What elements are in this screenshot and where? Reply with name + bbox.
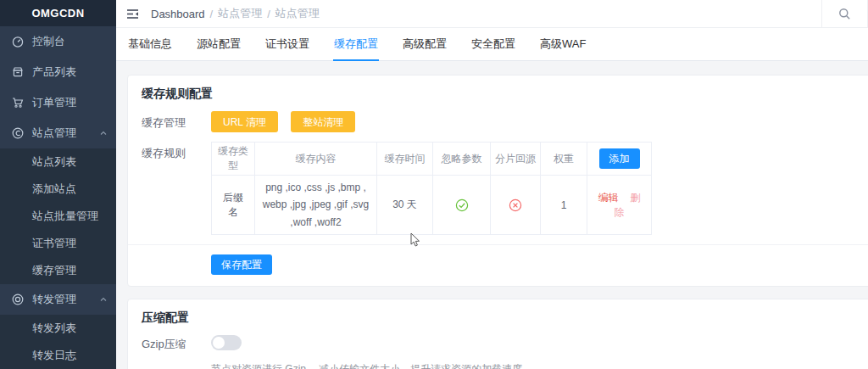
tab-advanced-config[interactable]: 高级配置 [402,28,448,61]
url-clean-button[interactable]: URL 清理 [211,111,278,132]
cell-ignore-params [433,176,491,235]
col-cache-time: 缓存时间 [377,143,433,176]
cell-cache-type: 后缀名 [212,176,255,235]
col-shard-origin: 分片回源 [491,143,541,176]
sidebar: OMGCDN 控制台 产品列表 [0,0,116,369]
compression-card: 压缩配置 Gzip压缩 节点对资源进行 Gzip ，减小传输文件大小，提升请求资… [127,299,868,369]
config-tabbar: 基础信息 源站配置 证书设置 缓存配置 高级配置 安全配置 高级WAF [116,28,868,61]
cell-actions: 编辑 删除 [587,176,652,235]
gzip-label: Gzip压缩 [142,335,211,369]
compression-card-title: 压缩配置 [142,307,868,335]
cache-manage-row: 缓存管理 URL 清理 整站清理 [142,111,868,132]
sidebar-item-label: 站点管理 [32,126,76,141]
orders-icon [11,96,25,109]
breadcrumb: Dashboard / 站点管理 / 站点管理 [151,6,320,21]
dashboard-icon [11,35,25,48]
brand-logo: OMGCDN [0,0,116,26]
save-cache-config-button[interactable]: 保存配置 [211,254,272,275]
tab-basic-info[interactable]: 基础信息 [127,28,173,61]
sidebar-item-products[interactable]: 产品列表 [0,57,116,87]
site-clean-button[interactable]: 整站清理 [291,111,355,132]
main-panel: Dashboard / 站点管理 / 站点管理 基础信息 源站配置 证书设置 缓… [116,0,868,369]
sidebar-subitem-site-batch[interactable]: 站点批量管理 [0,203,116,230]
x-circle-icon [509,198,522,212]
cell-shard-origin [491,176,541,235]
breadcrumb-root[interactable]: Dashboard [151,8,205,20]
cell-cache-time: 30 天 [377,176,433,235]
topbar: Dashboard / 站点管理 / 站点管理 [116,0,868,28]
cache-manage-label: 缓存管理 [142,111,211,132]
tab-cache-config[interactable]: 缓存配置 [333,28,379,61]
sites-submenu: 站点列表 添加站点 站点批量管理 证书管理 缓存管理 [0,148,116,284]
tab-origin-config[interactable]: 源站配置 [196,28,242,61]
sidebar-item-label: 订单管理 [32,95,76,110]
forwarding-submenu: 转发列表 转发日志 [0,315,116,369]
search-icon [838,8,851,20]
add-rule-button[interactable]: 添加 [599,148,640,169]
sites-icon [11,126,25,140]
sidebar-collapse-button[interactable] [116,8,147,20]
sidebar-subitem-cache-management[interactable]: 缓存管理 [0,257,116,284]
content-area: 缓存规则配置 缓存管理 URL 清理 整站清理 缓存规则 [116,61,868,369]
cell-cache-content: png ,ico ,css ,js ,bmp ,webp ,jpg ,jpeg … [255,176,377,235]
sidebar-item-orders[interactable]: 订单管理 [0,87,116,118]
edit-rule-link[interactable]: 编辑 [598,192,619,204]
search-button[interactable] [821,0,868,28]
breadcrumb-level2: 站点管理 [275,6,320,21]
sidebar-item-sites[interactable]: 站点管理 [0,118,116,148]
sidebar-item-label: 转发管理 [32,292,76,307]
tab-advanced-waf[interactable]: 高级WAF [539,28,587,61]
sidebar-item-label: 产品列表 [32,64,76,80]
col-ignore-params: 忽略参数 [433,143,491,176]
tab-cert-settings[interactable]: 证书设置 [264,28,310,61]
cache-rules-row: 缓存规则 缓存类型 缓存内容 缓存时间 忽略参数 [142,142,868,235]
tab-security-config[interactable]: 安全配置 [470,28,516,61]
sidebar-subitem-cert-management[interactable]: 证书管理 [0,230,116,257]
chevron-up-icon [99,129,108,137]
col-cache-content: 缓存内容 [255,143,377,176]
cache-rules-card: 缓存规则配置 缓存管理 URL 清理 整站清理 缓存规则 [127,75,868,287]
sidebar-item-forwarding[interactable]: 转发管理 [0,284,116,315]
col-actions: 添加 [587,143,652,176]
cache-rules-label: 缓存规则 [142,142,211,235]
sidebar-item-console[interactable]: 控制台 [0,26,116,57]
cell-weight: 1 [541,176,587,235]
sidebar-subitem-site-list[interactable]: 站点列表 [0,148,116,176]
table-row: 后缀名 png ,ico ,css ,js ,bmp ,webp ,jpg ,j… [212,176,652,235]
sidebar-subitem-forward-logs[interactable]: 转发日志 [0,342,116,369]
check-circle-icon [455,198,469,212]
sidebar-subitem-add-site[interactable]: 添加站点 [0,176,116,203]
gzip-toggle[interactable] [211,335,242,350]
gzip-hint: 节点对资源进行 Gzip ，减小传输文件大小，提升请求资源的加载速度。 [211,362,532,369]
breadcrumb-separator: / [210,8,214,20]
col-cache-type: 缓存类型 [212,143,255,176]
app-root: OMGCDN 控制台 产品列表 [0,0,868,369]
cache-rules-table: 缓存类型 缓存内容 缓存时间 忽略参数 分片回源 权重 添加 [211,142,652,235]
products-icon [11,65,25,79]
sidebar-nav: 控制台 产品列表 订单管理 [0,26,116,369]
forward-icon [11,293,25,306]
gzip-row: Gzip压缩 节点对资源进行 Gzip ，减小传输文件大小，提升请求资源的加载速… [142,335,868,369]
sidebar-subitem-forward-list[interactable]: 转发列表 [0,315,116,342]
sidebar-item-label: 控制台 [32,34,65,49]
menu-fold-icon [126,8,139,20]
chevron-up-icon [99,295,108,304]
table-header-row: 缓存类型 缓存内容 缓存时间 忽略参数 分片回源 权重 添加 [212,143,652,176]
breadcrumb-separator: / [267,8,270,20]
cache-card-title: 缓存规则配置 [142,83,868,111]
breadcrumb-level1: 站点管理 [218,6,262,21]
col-weight: 权重 [541,143,587,176]
